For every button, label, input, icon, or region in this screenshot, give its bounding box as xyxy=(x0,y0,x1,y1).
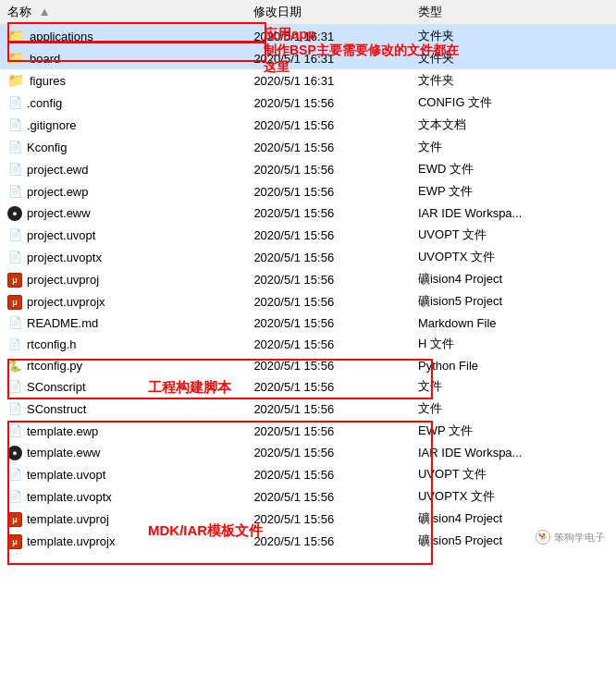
file-icon: μ xyxy=(7,533,22,549)
table-row[interactable]: 📄 project.uvopt 2020/5/1 15:56UVOPT 文件 xyxy=(0,224,616,246)
file-name-cell: 📄 rtconfig.h xyxy=(7,337,239,352)
table-row[interactable]: 📄 template.uvoptx 2020/5/1 15:56UVOPTX 文… xyxy=(0,485,616,508)
file-date: 2020/5/1 15:56 xyxy=(246,290,411,312)
table-row[interactable]: 📄 project.ewp 2020/5/1 15:56EWP 文件 xyxy=(0,180,616,202)
file-type: 文件夹 xyxy=(411,47,616,69)
file-icon: μ xyxy=(7,272,22,288)
file-date: 2020/5/1 15:56 xyxy=(246,180,411,202)
col-header-name[interactable]: 名称 ▲ xyxy=(0,0,246,25)
file-date: 2020/5/1 16:31 xyxy=(246,47,411,69)
table-row[interactable]: 📄 rtconfig.h 2020/5/1 15:56H 文件 xyxy=(0,333,616,355)
file-type: CONFIG 文件 xyxy=(411,92,616,114)
file-name-cell: 📁 figures xyxy=(7,72,239,89)
file-icon: 📄 xyxy=(7,379,22,394)
table-row[interactable]: 📄 project.ewd 2020/5/1 15:56EWD 文件 xyxy=(0,158,616,180)
col-header-date[interactable]: 修改日期 xyxy=(246,0,411,25)
file-date: 2020/5/1 16:31 xyxy=(246,69,411,92)
file-icon: 📄 xyxy=(7,117,22,132)
file-table: 名称 ▲ 修改日期 类型 📁 applications 2020/5/1 16:… xyxy=(0,0,616,552)
file-name: project.uvprojx xyxy=(27,295,105,309)
file-name-cell: 📄 template.ewp xyxy=(7,423,239,438)
file-icon: 📄 xyxy=(7,467,22,482)
file-type: 礦ision4 Project xyxy=(411,268,616,290)
sort-icon: ▲ xyxy=(39,5,51,18)
file-icon: 📁 xyxy=(7,50,25,67)
file-name: template.ewp xyxy=(27,424,98,438)
table-row[interactable]: 📄 README.md 2020/5/1 15:56Markdown File xyxy=(0,312,616,333)
file-name: board xyxy=(30,52,60,66)
file-date: 2020/5/1 15:56 xyxy=(246,375,411,398)
file-name: .config xyxy=(27,96,62,110)
file-type: EWP 文件 xyxy=(411,180,616,202)
file-date: 2020/5/1 15:56 xyxy=(246,485,411,508)
file-type: 礦ision4 Project xyxy=(411,508,616,530)
file-name: project.uvproj xyxy=(27,273,99,287)
table-row[interactable]: 📄 Kconfig 2020/5/1 15:56文件 xyxy=(0,136,616,158)
file-icon: ● xyxy=(7,205,22,221)
file-type: 文件夹 xyxy=(411,69,616,92)
col-header-type[interactable]: 类型 xyxy=(411,0,616,25)
table-row[interactable]: 📄 template.uvopt 2020/5/1 15:56UVOPT 文件 xyxy=(0,463,616,485)
file-name: .gitignore xyxy=(27,118,76,132)
table-row[interactable]: ● template.eww 2020/5/1 15:56IAR IDE Wor… xyxy=(0,442,616,463)
table-row[interactable]: 🐍 rtconfig.py 2020/5/1 15:56Python File xyxy=(0,355,616,375)
file-date: 2020/5/1 15:56 xyxy=(246,463,411,485)
table-row[interactable]: 📄 SConstruct 2020/5/1 15:56文件 xyxy=(0,398,616,420)
file-icon: 📁 xyxy=(7,28,25,44)
file-name-cell: 📁 applications xyxy=(7,28,239,44)
file-date: 2020/5/1 15:56 xyxy=(246,92,411,114)
table-row[interactable]: μ project.uvproj 2020/5/1 15:56礦ision4 P… xyxy=(0,268,616,290)
file-icon: 📄 xyxy=(7,227,22,242)
table-row[interactable]: 📄 SConscript 2020/5/1 15:56文件 xyxy=(0,375,616,398)
file-icon: μ xyxy=(7,294,22,310)
file-date: 2020/5/1 15:56 xyxy=(246,333,411,355)
file-name-cell: μ template.uvproj xyxy=(7,511,239,527)
file-type: EWD 文件 xyxy=(411,158,616,180)
table-row[interactable]: μ project.uvprojx 2020/5/1 15:56礦ision5 … xyxy=(0,290,616,312)
file-type: UVOPT 文件 xyxy=(411,463,616,485)
file-date: 2020/5/1 15:56 xyxy=(246,508,411,530)
file-type: Markdown File xyxy=(411,312,616,333)
table-row[interactable]: 📁 applications 2020/5/1 16:31文件夹 xyxy=(0,25,616,48)
watermark: 🐕 笨狗学电子 xyxy=(536,530,605,545)
table-row[interactable]: 📁 figures 2020/5/1 16:31文件夹 xyxy=(0,69,616,92)
file-name-cell: 📄 project.ewd xyxy=(7,162,239,177)
file-icon: 📄 xyxy=(7,315,22,330)
file-name-cell: 📄 project.uvopt xyxy=(7,227,239,242)
file-date: 2020/5/1 15:56 xyxy=(246,442,411,463)
file-name-cell: μ project.uvprojx xyxy=(7,294,239,310)
table-row[interactable]: μ template.uvproj 2020/5/1 15:56礦ision4 … xyxy=(0,508,616,530)
file-name: SConscript xyxy=(27,380,86,394)
file-name-cell: 📄 Kconfig xyxy=(7,140,239,154)
table-row[interactable]: 📄 .gitignore 2020/5/1 15:56文本文档 xyxy=(0,114,616,136)
file-name: README.md xyxy=(27,316,98,330)
file-icon: 📁 xyxy=(7,72,25,89)
file-type: 文件 xyxy=(411,375,616,398)
file-type: Python File xyxy=(411,355,616,375)
table-row[interactable]: 📄 template.ewp 2020/5/1 15:56EWP 文件 xyxy=(0,420,616,442)
file-name: applications xyxy=(30,30,93,43)
file-date: 2020/5/1 15:56 xyxy=(246,312,411,333)
table-row[interactable]: 📄 project.uvoptx 2020/5/1 15:56UVOPTX 文件 xyxy=(0,246,616,268)
table-row[interactable]: 📄 .config 2020/5/1 15:56CONFIG 文件 xyxy=(0,92,616,114)
file-date: 2020/5/1 15:56 xyxy=(246,268,411,290)
file-icon: 📄 xyxy=(7,184,22,199)
file-type: 文件 xyxy=(411,398,616,420)
file-icon: μ xyxy=(7,511,22,527)
file-icon: 📄 xyxy=(7,95,22,110)
table-row[interactable]: 📁 board 2020/5/1 16:31文件夹 xyxy=(0,47,616,69)
file-type: UVOPTX 文件 xyxy=(411,485,616,508)
file-icon: 📄 xyxy=(7,250,22,264)
file-date: 2020/5/1 15:56 xyxy=(246,224,411,246)
file-icon: 🐍 xyxy=(7,358,22,373)
file-icon: 📄 xyxy=(7,337,22,352)
file-name-cell: 🐍 rtconfig.py xyxy=(7,358,239,373)
file-name: project.uvopt xyxy=(27,228,95,242)
table-row[interactable]: ● project.eww 2020/5/1 15:56IAR IDE Work… xyxy=(0,202,616,224)
table-row[interactable]: μ template.uvprojx 2020/5/1 15:56礦ision5… xyxy=(0,530,616,552)
file-date: 2020/5/1 16:31 xyxy=(246,25,411,48)
file-name-cell: 📄 .config xyxy=(7,95,239,110)
file-name-cell: μ project.uvproj xyxy=(7,272,239,288)
file-date: 2020/5/1 15:56 xyxy=(246,398,411,420)
file-type: 文本文档 xyxy=(411,114,616,136)
